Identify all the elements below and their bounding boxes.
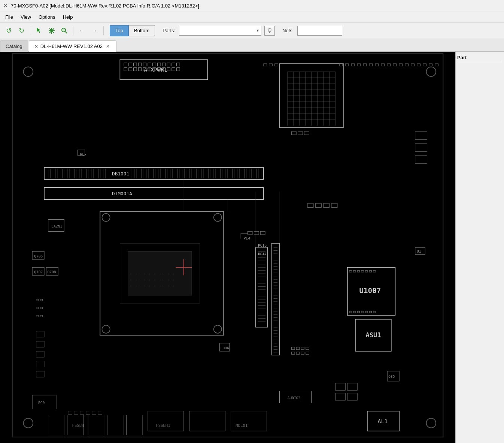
menu-bar: File View Options Help (0, 12, 504, 22)
svg-text:Q708: Q708 (47, 270, 56, 274)
svg-text:U1007: U1007 (359, 287, 381, 295)
forward-btn[interactable]: → (89, 25, 100, 36)
refresh-btn-2[interactable]: ↻ (16, 25, 27, 36)
svg-text:· · · · · · · · · ·: · · · · · · · · · · (129, 278, 175, 283)
svg-text:DIM001A: DIM001A (112, 191, 132, 197)
svg-text:L006: L006 (221, 346, 229, 350)
menu-help[interactable]: Help (59, 13, 77, 21)
svg-text:PL4: PL4 (244, 236, 251, 240)
parts-dropdown[interactable]: ▼ (179, 26, 261, 36)
svg-line-5 (65, 31, 67, 33)
pcb-svg: ATXPWR1 (0, 52, 455, 443)
right-panel-title: Part (457, 53, 503, 62)
zoom-btn[interactable] (59, 25, 70, 36)
parts-arrow-icon: ▼ (256, 28, 259, 33)
tab-catalog[interactable]: Catalog (0, 40, 28, 52)
select-btn[interactable] (33, 25, 45, 36)
title-text: 70-MXGSF0-A02 [Model:DL-H61M-WW Rev:R1.0… (11, 3, 199, 9)
app-icon: ✕ (3, 2, 8, 9)
toolbar: ↺ ↻ ← → Top Bottom Parts: ▼ (0, 22, 504, 39)
svg-point-7 (268, 28, 271, 31)
view-toggle: Top Bottom (110, 25, 155, 36)
svg-text:PC17: PC17 (258, 252, 267, 256)
svg-text:CA2N1: CA2N1 (51, 224, 62, 228)
bottom-view-btn[interactable]: Bottom (129, 25, 155, 36)
svg-text:U1: U1 (417, 249, 421, 253)
svg-text:AL1: AL1 (378, 418, 388, 425)
back-btn[interactable]: ← (76, 25, 88, 36)
top-view-btn[interactable]: Top (110, 25, 129, 36)
svg-text:MDL01: MDL01 (236, 423, 248, 428)
svg-text:Q35: Q35 (388, 374, 395, 379)
title-bar: ✕ 70-MXGSF0-A02 [Model:DL-H61M-WW Rev:R1… (0, 0, 504, 12)
pcb-view[interactable]: ATXPWR1 (0, 52, 455, 443)
nets-label: Nets: (282, 28, 294, 33)
svg-text:· · · · · · · · · ·: · · · · · · · · · · (129, 272, 175, 277)
catalog-tab-label: Catalog (6, 43, 22, 49)
sep-1 (30, 26, 30, 35)
tab-close-btn[interactable]: ✕ (105, 43, 111, 49)
sep-2 (73, 26, 73, 35)
nets-input[interactable] (297, 26, 342, 36)
svg-text:FSSBH1: FSSBH1 (156, 423, 170, 428)
svg-text:ATXPWR1: ATXPWR1 (144, 66, 167, 73)
parts-label: Parts: (163, 28, 175, 33)
right-panel: Part (455, 52, 504, 443)
svg-text:PC16: PC16 (258, 243, 267, 247)
svg-text:ASU1: ASU1 (366, 331, 381, 339)
tab-main[interactable]: ✕ DL-H61M-WW REV1.02 A02 ✕ (29, 40, 116, 52)
svg-text:DB1001: DB1001 (112, 171, 129, 177)
svg-text:Q705: Q705 (34, 254, 43, 258)
svg-text:Q707: Q707 (34, 270, 43, 274)
svg-rect-9 (12, 54, 443, 437)
refresh-btn-1[interactable]: ↺ (3, 25, 14, 36)
tab-main-label: DL-H61M-WW REV1.02 A02 (40, 43, 103, 49)
svg-text:· · · · · · · · · ·: · · · · · · · · · · (129, 284, 175, 289)
spread-btn[interactable] (46, 25, 57, 36)
menu-view[interactable]: View (17, 13, 35, 21)
menu-options[interactable]: Options (35, 13, 59, 21)
svg-text:FSSBH: FSSBH (72, 423, 84, 428)
lightbulb-btn[interactable] (264, 26, 275, 36)
svg-text:EC0: EC0 (38, 401, 45, 405)
main-content: ATXPWR1 (0, 52, 504, 443)
svg-text:AUDIO2: AUDIO2 (288, 396, 301, 400)
tab-main-icon: ✕ (34, 44, 38, 49)
tab-bar: Catalog ✕ DL-H61M-WW REV1.02 A02 ✕ (0, 39, 504, 52)
sep-3 (103, 26, 104, 35)
menu-file[interactable]: File (1, 13, 17, 21)
